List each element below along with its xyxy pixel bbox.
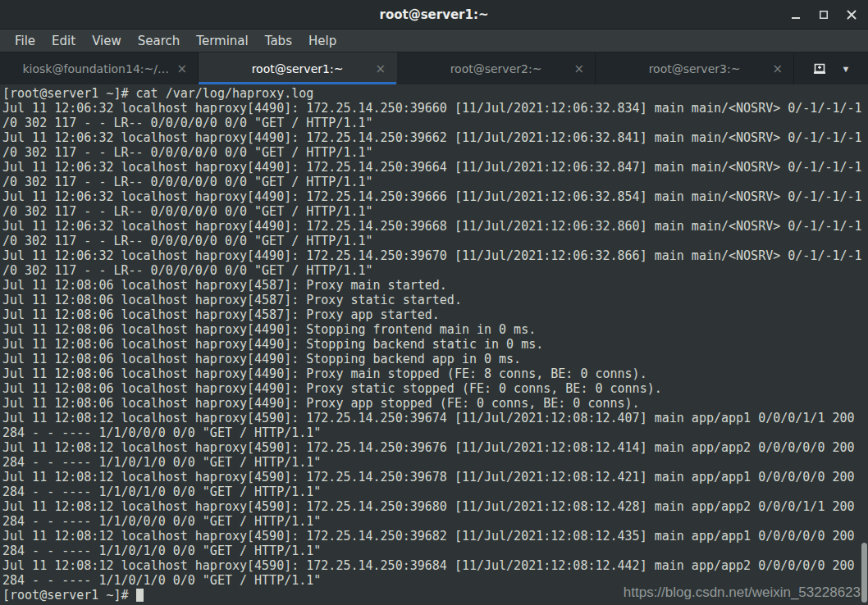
shell-prompt: [root@server1 ~]# xyxy=(2,588,136,603)
close-icon xyxy=(847,10,857,20)
tab-label: root@server1:~ xyxy=(252,62,344,75)
tab-kiosk-foundation14[interactable]: kiosk@foundation14:~/D…× xyxy=(0,52,199,84)
terminal-line: 284 - - ---- 1/1/0/1/0 0/0 "GET / HTTP/1… xyxy=(2,544,868,558)
menubar: FileEditViewSearchTerminalTabsHelp xyxy=(0,30,868,52)
terminal-line: /0 302 117 - - LR-- 0/0/0/0/0 0/0 "GET /… xyxy=(2,175,868,189)
tab-label: root@server3:~ xyxy=(649,62,741,75)
terminal-line: Jul 11 12:06:32 localhost haproxy[4490]:… xyxy=(2,248,868,263)
tab-actions: ▼ xyxy=(794,52,868,84)
menu-tabs[interactable]: Tabs xyxy=(257,30,300,52)
tabbar: kiosk@foundation14:~/D…×root@server1:~×r… xyxy=(0,52,868,84)
menu-file[interactable]: File xyxy=(7,30,43,52)
terminal-line: /0 302 117 - - LR-- 0/0/0/0/0 0/0 "GET /… xyxy=(2,263,868,278)
terminal-line: Jul 11 12:06:32 localhost haproxy[4490]:… xyxy=(2,101,868,116)
terminal-line: Jul 11 12:08:06 localhost haproxy[4490]:… xyxy=(2,381,868,396)
tab-close-icon[interactable]: × xyxy=(176,62,187,75)
terminal-line: Jul 11 12:08:06 localhost haproxy[4490]:… xyxy=(2,352,868,366)
terminal-line: Jul 11 12:08:06 localhost haproxy[4490]:… xyxy=(2,337,868,352)
tab-label: root@server2:~ xyxy=(450,62,542,75)
terminal-line: Jul 11 12:08:06 localhost haproxy[4587]:… xyxy=(2,293,868,307)
terminal-line: Jul 11 12:08:12 localhost haproxy[4590]:… xyxy=(2,529,868,544)
terminal-line: Jul 11 12:08:06 localhost haproxy[4490]:… xyxy=(2,366,868,381)
window-title: root@server1:~ xyxy=(379,7,488,22)
terminal-line: Jul 11 12:06:32 localhost haproxy[4490]:… xyxy=(2,130,868,145)
close-button[interactable] xyxy=(843,7,860,23)
tab-root-server1[interactable]: root@server1:~× xyxy=(199,52,397,84)
terminal-line: /0 302 117 - - LR-- 0/0/0/0/0 0/0 "GET /… xyxy=(2,116,868,130)
terminal-line: /0 302 117 - - LR-- 0/0/0/0/0 0/0 "GET /… xyxy=(2,234,868,248)
terminal-line: Jul 11 12:08:12 localhost haproxy[4590]:… xyxy=(2,499,868,514)
tab-list-dropdown-button[interactable]: ▼ xyxy=(839,62,852,75)
terminal-line: Jul 11 12:08:12 localhost haproxy[4590]:… xyxy=(2,558,868,573)
menu-edit[interactable]: Edit xyxy=(43,30,84,52)
menu-terminal[interactable]: Terminal xyxy=(188,30,256,52)
terminal-cursor xyxy=(136,589,144,602)
terminal-line: 284 - - ---- 1/1/0/0/0 0/0 "GET / HTTP/1… xyxy=(2,425,868,440)
terminal-line: 284 - - ---- 1/1/0/1/0 0/0 "GET / HTTP/1… xyxy=(2,573,868,588)
new-tab-icon xyxy=(812,62,827,75)
tab-close-icon[interactable]: × xyxy=(573,62,584,75)
minimize-button[interactable] xyxy=(788,7,804,23)
terminal-line: Jul 11 12:06:32 localhost haproxy[4490]:… xyxy=(2,219,868,234)
terminal-line: Jul 11 12:08:06 localhost haproxy[4587]:… xyxy=(2,307,868,322)
menu-search[interactable]: Search xyxy=(130,30,189,52)
maximize-button[interactable] xyxy=(815,7,832,23)
terminal-line: Jul 11 12:08:12 localhost haproxy[4590]:… xyxy=(2,440,868,455)
terminal-line: Jul 11 12:08:12 localhost haproxy[4590]:… xyxy=(2,470,868,484)
terminal-line: /0 302 117 - - LR-- 0/0/0/0/0 0/0 "GET /… xyxy=(2,145,868,160)
tab-label: kiosk@foundation14:~/D… xyxy=(23,62,176,75)
terminal-screen[interactable]: [root@server1 ~]# cat /var/log/haproxy.l… xyxy=(0,84,868,605)
terminal-line: Jul 11 12:08:06 localhost haproxy[4490]:… xyxy=(2,322,868,337)
terminal-line: Jul 11 12:08:12 localhost haproxy[4590]:… xyxy=(2,411,868,425)
tab-root-server2[interactable]: root@server2:~× xyxy=(397,52,596,84)
tab-close-icon[interactable]: × xyxy=(772,62,783,75)
terminal-line: Jul 11 12:08:06 localhost haproxy[4490]:… xyxy=(2,396,868,411)
terminal-line: /0 302 117 - - LR-- 0/0/0/0/0 0/0 "GET /… xyxy=(2,204,868,219)
tabstrip: kiosk@foundation14:~/D…×root@server1:~×r… xyxy=(0,52,794,84)
terminal-line: 284 - - ---- 1/1/0/1/0 0/0 "GET / HTTP/1… xyxy=(2,455,868,470)
terminal-line: Jul 11 12:06:32 localhost haproxy[4490]:… xyxy=(2,189,868,204)
terminal-line: Jul 11 12:06:32 localhost haproxy[4490]:… xyxy=(2,160,868,175)
tab-close-icon[interactable]: × xyxy=(375,62,386,75)
terminal-line: 284 - - ---- 1/1/0/1/0 0/0 "GET / HTTP/1… xyxy=(2,484,868,499)
scrollbar-thumb[interactable] xyxy=(861,543,867,603)
terminal-line: Jul 11 12:08:06 localhost haproxy[4587]:… xyxy=(2,278,868,293)
terminal-line: [root@server1 ~]# cat /var/log/haproxy.l… xyxy=(2,86,868,101)
maximize-icon xyxy=(819,10,829,20)
titlebar[interactable]: root@server1:~ xyxy=(0,0,868,30)
new-tab-button[interactable] xyxy=(811,61,829,77)
terminal-line: 284 - - ---- 1/1/0/0/0 0/0 "GET / HTTP/1… xyxy=(2,514,868,529)
chevron-down-icon: ▼ xyxy=(841,64,850,74)
terminal-output: [root@server1 ~]# cat /var/log/haproxy.l… xyxy=(2,86,868,588)
window-controls xyxy=(788,0,860,29)
menu-help[interactable]: Help xyxy=(300,30,345,52)
menu-view[interactable]: View xyxy=(84,30,130,52)
terminal-prompt-line: [root@server1 ~]# xyxy=(2,588,868,603)
terminal-window: root@server1:~ FileEditViewSearchTermina… xyxy=(0,0,868,605)
minimize-icon xyxy=(791,10,801,20)
tab-root-server3[interactable]: root@server3:~× xyxy=(596,52,794,84)
